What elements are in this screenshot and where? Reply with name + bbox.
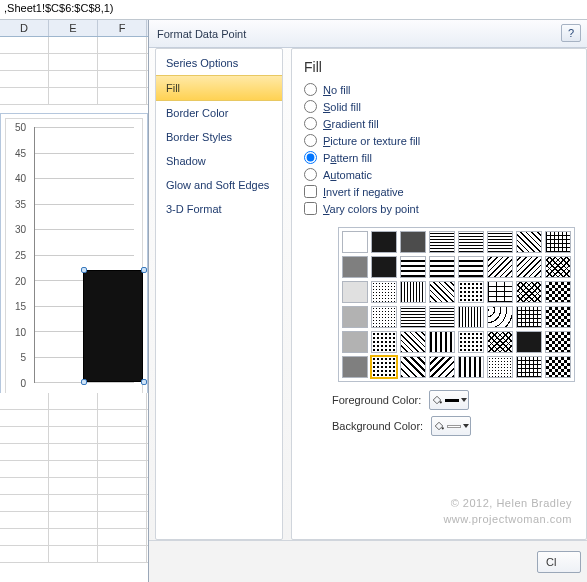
y-tick: 0 xyxy=(20,378,26,389)
y-tick: 10 xyxy=(15,326,26,337)
pattern-swatch[interactable] xyxy=(371,306,397,328)
svg-point-0 xyxy=(440,401,442,403)
pattern-swatch[interactable] xyxy=(487,331,513,353)
y-tick: 30 xyxy=(15,224,26,235)
background-color-button[interactable] xyxy=(431,416,471,436)
radio-gradient[interactable]: Gradient fill xyxy=(304,117,574,130)
pattern-swatch[interactable] xyxy=(458,331,484,353)
pattern-swatch[interactable] xyxy=(458,281,484,303)
col-header-e[interactable]: E xyxy=(49,20,98,36)
radio-solid[interactable]: Solid fill xyxy=(304,100,574,113)
dialog-title-bar[interactable]: Format Data Point ? xyxy=(149,20,587,48)
pattern-swatch[interactable] xyxy=(400,256,426,278)
pattern-swatch[interactable] xyxy=(545,331,571,353)
background-color-label: Background Color: xyxy=(332,420,423,432)
pattern-swatch[interactable] xyxy=(429,231,455,253)
pattern-swatch[interactable] xyxy=(516,231,542,253)
pattern-swatch[interactable] xyxy=(545,306,571,328)
pattern-swatch[interactable] xyxy=(516,256,542,278)
selection-handle[interactable] xyxy=(81,267,87,273)
pattern-swatch[interactable] xyxy=(400,281,426,303)
pattern-swatch[interactable] xyxy=(516,306,542,328)
close-button[interactable]: Cl xyxy=(537,551,581,573)
pattern-picker xyxy=(338,227,575,382)
pattern-swatch[interactable] xyxy=(400,306,426,328)
pattern-swatch[interactable] xyxy=(487,306,513,328)
pattern-swatch[interactable] xyxy=(545,231,571,253)
embedded-chart[interactable]: 05101520253035404550 1 xyxy=(0,113,148,413)
selection-handle[interactable] xyxy=(81,379,87,385)
pattern-swatch[interactable] xyxy=(371,356,397,378)
pattern-swatch[interactable] xyxy=(458,256,484,278)
pattern-swatch[interactable] xyxy=(400,356,426,378)
foreground-color-label: Foreground Color: xyxy=(332,394,421,406)
pattern-swatch[interactable] xyxy=(429,281,455,303)
pattern-swatch[interactable] xyxy=(545,256,571,278)
worksheet: D E F 05101520253035404550 1 xyxy=(0,20,148,582)
check-vary[interactable]: Vary colors by point xyxy=(304,202,574,215)
foreground-color-button[interactable] xyxy=(429,390,469,410)
pattern-swatch[interactable] xyxy=(487,356,513,378)
nav-item-shadow[interactable]: Shadow xyxy=(156,149,282,173)
pattern-swatch[interactable] xyxy=(342,306,368,328)
radio-auto[interactable]: Automatic xyxy=(304,168,574,181)
fill-panel: Fill No fillSolid fillGradient fillPictu… xyxy=(291,48,587,540)
pattern-swatch[interactable] xyxy=(458,356,484,378)
column-headers: D E F xyxy=(0,20,148,37)
dialog-title: Format Data Point xyxy=(157,28,246,40)
pattern-swatch[interactable] xyxy=(516,331,542,353)
pattern-swatch[interactable] xyxy=(371,231,397,253)
data-bar[interactable] xyxy=(83,270,143,382)
pattern-swatch[interactable] xyxy=(342,231,368,253)
y-axis: 05101520253035404550 xyxy=(8,127,28,383)
chevron-down-icon xyxy=(463,424,469,428)
radio-pattern[interactable]: Pattern fill xyxy=(304,151,574,164)
nav-item-series-options[interactable]: Series Options xyxy=(156,51,282,75)
pattern-swatch[interactable] xyxy=(371,256,397,278)
pattern-swatch[interactable] xyxy=(342,256,368,278)
nav-item-fill[interactable]: Fill xyxy=(156,75,282,101)
pattern-swatch[interactable] xyxy=(487,281,513,303)
check-invert[interactable]: Invert if negative xyxy=(304,185,574,198)
pattern-swatch[interactable] xyxy=(371,331,397,353)
cell-grid-lower[interactable] xyxy=(0,393,148,563)
radio-picture[interactable]: Picture or texture fill xyxy=(304,134,574,147)
pattern-swatch[interactable] xyxy=(458,231,484,253)
panel-heading: Fill xyxy=(304,59,574,75)
plot-area xyxy=(34,127,134,383)
y-tick: 15 xyxy=(15,301,26,312)
pattern-swatch[interactable] xyxy=(400,331,426,353)
y-tick: 50 xyxy=(15,122,26,133)
pattern-swatch[interactable] xyxy=(400,231,426,253)
y-tick: 20 xyxy=(15,275,26,286)
pattern-swatch[interactable] xyxy=(458,306,484,328)
pattern-swatch[interactable] xyxy=(342,281,368,303)
nav-item-border-styles[interactable]: Border Styles xyxy=(156,125,282,149)
nav-item-glow-and-soft-edges[interactable]: Glow and Soft Edges xyxy=(156,173,282,197)
nav-item-border-color[interactable]: Border Color xyxy=(156,101,282,125)
nav-item-3-d-format[interactable]: 3-D Format xyxy=(156,197,282,221)
pattern-swatch[interactable] xyxy=(429,331,455,353)
pattern-swatch[interactable] xyxy=(342,356,368,378)
pattern-swatch[interactable] xyxy=(545,356,571,378)
pattern-swatch[interactable] xyxy=(516,356,542,378)
pattern-swatch[interactable] xyxy=(342,331,368,353)
cell-grid[interactable] xyxy=(0,37,148,105)
radio-nofill[interactable]: No fill xyxy=(304,83,574,96)
y-tick: 25 xyxy=(15,250,26,261)
pattern-swatch[interactable] xyxy=(487,256,513,278)
col-header-f[interactable]: F xyxy=(98,20,147,36)
pattern-swatch[interactable] xyxy=(371,281,397,303)
pattern-swatch[interactable] xyxy=(429,306,455,328)
pattern-swatch[interactable] xyxy=(516,281,542,303)
y-tick: 35 xyxy=(15,198,26,209)
pattern-swatch[interactable] xyxy=(429,256,455,278)
pattern-swatch[interactable] xyxy=(429,356,455,378)
pattern-swatch[interactable] xyxy=(487,231,513,253)
chevron-down-icon xyxy=(461,398,467,402)
pattern-swatch[interactable] xyxy=(545,281,571,303)
help-button[interactable]: ? xyxy=(561,24,581,42)
selection-handle[interactable] xyxy=(141,267,147,273)
selection-handle[interactable] xyxy=(141,379,147,385)
col-header-d[interactable]: D xyxy=(0,20,49,36)
